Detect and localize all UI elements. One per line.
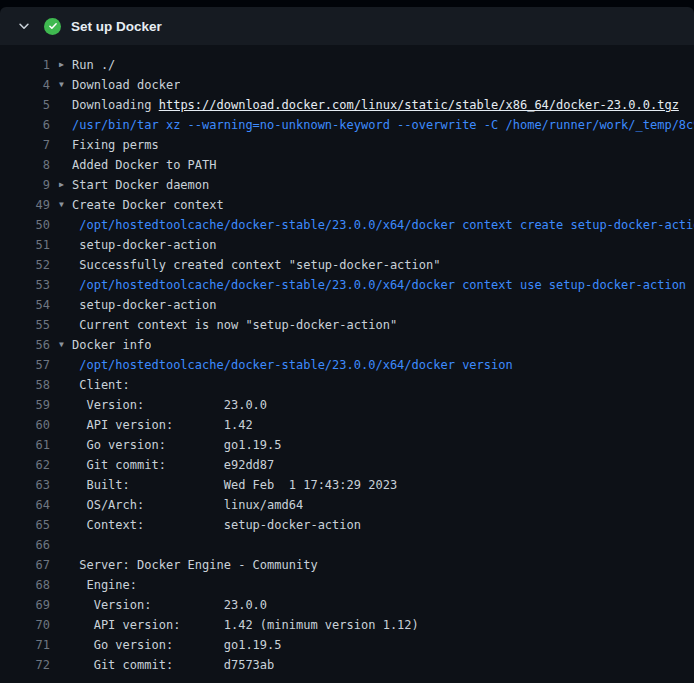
line-number[interactable]: 65 <box>0 515 50 535</box>
log-text: Downloading https://download.docker.com/… <box>72 95 679 115</box>
indent-spacer <box>59 155 72 175</box>
line-number[interactable]: 66 <box>0 535 50 555</box>
line-number[interactable]: 8 <box>0 155 50 175</box>
indent-spacer <box>59 415 72 435</box>
indent-spacer <box>59 315 72 335</box>
log-text: Successfully created context "setup-dock… <box>72 255 440 275</box>
log-text: Added Docker to PATH <box>72 155 217 175</box>
log-line: 5Downloading https://download.docker.com… <box>0 95 694 115</box>
log-text: Downloading <box>72 98 159 112</box>
log-line: 66 <box>0 535 694 555</box>
indent-spacer <box>59 275 72 295</box>
indent-spacer <box>59 375 72 395</box>
log-text: Version: 23.0.0 <box>72 595 267 615</box>
step-header[interactable]: Set up Docker <box>0 7 694 45</box>
download-url-link[interactable]: https://download.docker.com/linux/static… <box>159 98 679 112</box>
log-line: 51 setup-docker-action <box>0 235 694 255</box>
log-line: 7Fixing perms <box>0 135 694 155</box>
group-expanded-triangle-icon[interactable]: ▼ <box>59 75 72 95</box>
log-text: Git commit: d7573ab <box>72 655 274 675</box>
indent-spacer <box>59 435 72 455</box>
log-group-row[interactable]: 4▼Download docker <box>0 75 694 95</box>
line-number[interactable]: 54 <box>0 295 50 315</box>
log-text: Git commit: e92dd87 <box>72 455 274 475</box>
line-number[interactable]: 59 <box>0 395 50 415</box>
group-collapsed-triangle-icon[interactable]: ▶ <box>59 55 72 75</box>
log-line: 57 /opt/hostedtoolcache/docker-stable/23… <box>0 355 694 375</box>
indent-spacer <box>59 255 72 275</box>
log-line: 70 API version: 1.42 (minimum version 1.… <box>0 615 694 635</box>
log-text: Built: Wed Feb 1 17:43:29 2023 <box>72 475 397 495</box>
line-number[interactable]: 64 <box>0 495 50 515</box>
line-number[interactable]: 60 <box>0 415 50 435</box>
line-number[interactable]: 69 <box>0 595 50 615</box>
indent-spacer <box>59 515 72 535</box>
log-text: Engine: <box>72 575 137 595</box>
log-group-row[interactable]: 49▼Create Docker context <box>0 195 694 215</box>
line-number[interactable]: 58 <box>0 375 50 395</box>
log-line: 53 /opt/hostedtoolcache/docker-stable/23… <box>0 275 694 295</box>
log-line: 68 Engine: <box>0 575 694 595</box>
command-text: /opt/hostedtoolcache/docker-stable/23.0.… <box>72 355 513 375</box>
log-text: setup-docker-action <box>72 295 217 315</box>
group-collapsed-triangle-icon[interactable]: ▶ <box>59 175 72 195</box>
line-number[interactable]: 68 <box>0 575 50 595</box>
indent-spacer <box>59 615 72 635</box>
log-group-row[interactable]: 1▶Run ./ <box>0 55 694 75</box>
log-group-row[interactable]: 9▶Start Docker daemon <box>0 175 694 195</box>
line-number[interactable]: 1 <box>0 55 50 75</box>
line-number[interactable]: 62 <box>0 455 50 475</box>
log-text: Fixing perms <box>72 135 159 155</box>
line-number[interactable]: 4 <box>0 75 50 95</box>
indent-spacer <box>59 95 72 115</box>
log-line: 65 Context: setup-docker-action <box>0 515 694 535</box>
line-number[interactable]: 52 <box>0 255 50 275</box>
line-number[interactable]: 7 <box>0 135 50 155</box>
indent-spacer <box>59 655 72 675</box>
indent-spacer <box>59 555 72 575</box>
indent-spacer <box>59 235 72 255</box>
indent-spacer <box>59 575 72 595</box>
line-number[interactable]: 71 <box>0 635 50 655</box>
log-text: Go version: go1.19.5 <box>72 635 282 655</box>
log-line: 67 Server: Docker Engine - Community <box>0 555 694 575</box>
group-expanded-triangle-icon[interactable]: ▼ <box>59 335 72 355</box>
line-number[interactable]: 63 <box>0 475 50 495</box>
log-line: 69 Version: 23.0.0 <box>0 595 694 615</box>
log-text: Client: <box>72 375 130 395</box>
log-line: 60 API version: 1.42 <box>0 415 694 435</box>
indent-spacer <box>59 455 72 475</box>
indent-spacer <box>59 495 72 515</box>
log-line: 50 /opt/hostedtoolcache/docker-stable/23… <box>0 215 694 235</box>
log-line: 58 Client: <box>0 375 694 395</box>
group-title: Docker info <box>72 335 151 355</box>
log-text: Context: setup-docker-action <box>72 515 361 535</box>
line-number[interactable]: 51 <box>0 235 50 255</box>
group-expanded-triangle-icon[interactable]: ▼ <box>59 195 72 215</box>
command-text: /opt/hostedtoolcache/docker-stable/23.0.… <box>72 275 686 295</box>
line-number[interactable]: 72 <box>0 655 50 675</box>
command-text: /opt/hostedtoolcache/docker-stable/23.0.… <box>72 215 694 235</box>
indent-spacer <box>59 595 72 615</box>
log-line: 72 Git commit: d7573ab <box>0 655 694 675</box>
chevron-down-icon[interactable] <box>16 18 32 34</box>
step-title: Set up Docker <box>71 19 162 34</box>
line-number[interactable]: 57 <box>0 355 50 375</box>
indent-spacer <box>59 535 72 555</box>
line-number[interactable]: 6 <box>0 115 50 135</box>
line-number[interactable]: 67 <box>0 555 50 575</box>
log-text: Current context is now "setup-docker-act… <box>72 315 397 335</box>
line-number[interactable]: 9 <box>0 175 50 195</box>
line-number[interactable]: 53 <box>0 275 50 295</box>
log-text: setup-docker-action <box>72 235 217 255</box>
command-text: /usr/bin/tar xz --warning=no-unknown-key… <box>72 115 694 135</box>
line-number[interactable]: 50 <box>0 215 50 235</box>
line-number[interactable]: 5 <box>0 95 50 115</box>
line-number[interactable]: 56 <box>0 335 50 355</box>
log-group-row[interactable]: 56▼Docker info <box>0 335 694 355</box>
line-number[interactable]: 61 <box>0 435 50 455</box>
line-number[interactable]: 49 <box>0 195 50 215</box>
line-number[interactable]: 55 <box>0 315 50 335</box>
indent-spacer <box>59 215 72 235</box>
line-number[interactable]: 70 <box>0 615 50 635</box>
